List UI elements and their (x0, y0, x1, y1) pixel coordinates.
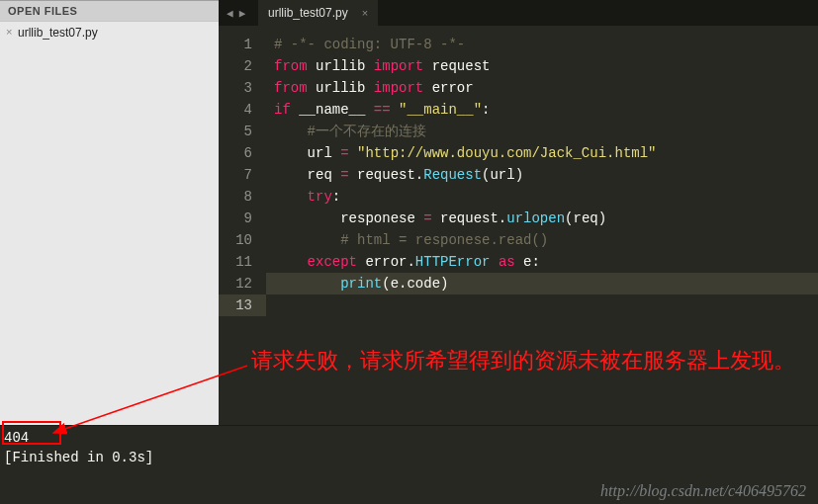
code-line: req = request.Request(url) (266, 164, 818, 186)
line-number: 9 (219, 208, 266, 229)
code-line: from urllib import request (266, 55, 818, 77)
line-number: 2 (219, 55, 266, 77)
watermark-text: http://blog.csdn.net/c406495762 (600, 482, 806, 500)
sidebar-file-item[interactable]: urllib_test07.py (0, 22, 219, 43)
sidebar: OPEN FILES urllib_test07.py (0, 0, 219, 425)
output-console: 404 [Finished in 0.3s] (0, 425, 818, 480)
code-line: print(e.code) (266, 273, 818, 294)
tab-title: urllib_test07.py (268, 6, 348, 20)
code-line: from urllib import error (266, 77, 818, 99)
line-number: 4 (219, 99, 266, 121)
code-line: responese = request.urlopen(req) (266, 208, 818, 229)
console-line-output: 404 (4, 428, 814, 448)
code-line: except error.HTTPError as e: (266, 251, 818, 273)
tab-file[interactable]: urllib_test07.py × (258, 0, 379, 26)
console-line-status: [Finished in 0.3s] (4, 448, 814, 467)
code-line: if __name__ == "__main__": (266, 99, 818, 121)
line-number: 6 (219, 142, 266, 164)
tab-prev-icon[interactable]: ◀ (225, 7, 235, 20)
code-area: 12345678910111213 # -*- coding: UTF-8 -*… (219, 26, 818, 425)
line-number: 11 (219, 251, 266, 273)
code-line: url = "http://www.douyu.com/Jack_Cui.htm… (266, 142, 818, 164)
code-line: try: (266, 186, 818, 208)
open-files-header: OPEN FILES (0, 1, 219, 22)
line-gutter: 12345678910111213 (219, 26, 266, 425)
line-number: 12 (219, 273, 266, 294)
line-number: 7 (219, 164, 266, 186)
code-line: # html = responese.read() (266, 229, 818, 251)
close-icon[interactable]: × (362, 7, 368, 19)
editor-pane: ◀ ▶ urllib_test07.py × 12345678910111213… (219, 0, 818, 425)
code-line: # -*- coding: UTF-8 -*- (266, 34, 818, 55)
line-number: 13 (219, 294, 266, 316)
tab-bar: ◀ ▶ urllib_test07.py × (219, 0, 818, 26)
line-number: 1 (219, 34, 266, 55)
line-number: 5 (219, 121, 266, 142)
line-number: 3 (219, 77, 266, 99)
tab-next-icon[interactable]: ▶ (237, 7, 248, 20)
line-number: 8 (219, 186, 266, 208)
code-line: #一个不存在的连接 (266, 121, 818, 142)
line-number: 10 (219, 229, 266, 251)
code-content[interactable]: # -*- coding: UTF-8 -*-from urllib impor… (266, 26, 818, 425)
